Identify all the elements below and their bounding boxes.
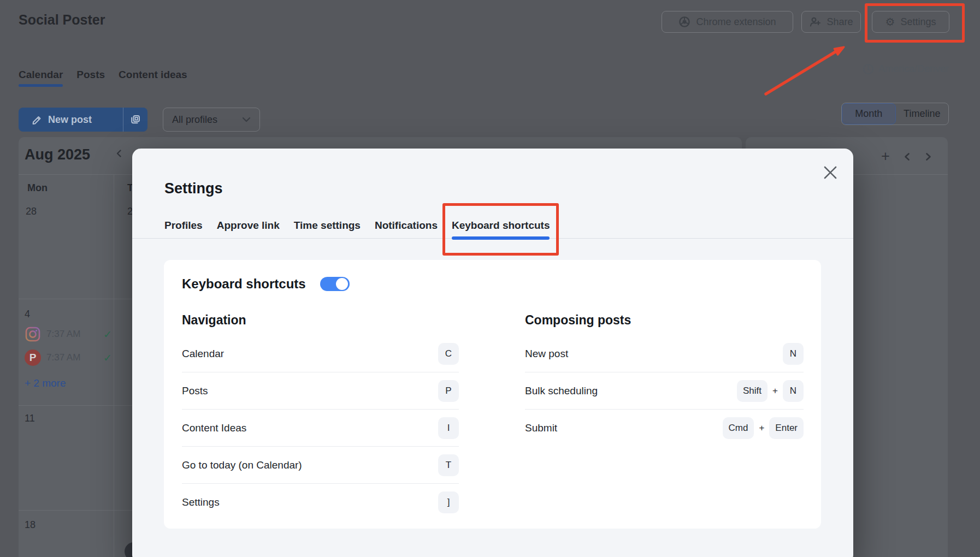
- shortcut-label: Bulk scheduling: [525, 385, 598, 397]
- sent-check-icon: ✓: [103, 328, 112, 341]
- modal-title: Settings: [164, 180, 223, 197]
- gear-icon: ⚙: [885, 16, 895, 27]
- page-title: Social Poster: [19, 12, 105, 28]
- scheduled-post[interactable]: P7:37 AM✓: [25, 349, 112, 366]
- calendar-date[interactable]: 28: [26, 206, 37, 217]
- shortcut-row: Go to today (on Calendar)T: [182, 446, 459, 483]
- main-nav-tabs: Calendar Posts Content ideas: [19, 69, 187, 85]
- settings-tabs: Profiles Approve link Time settings Noti…: [132, 220, 853, 239]
- chrome-extension-label: Chrome extension: [696, 16, 776, 28]
- close-icon[interactable]: [819, 162, 841, 183]
- chevron-right-icon[interactable]: [924, 152, 932, 161]
- shortcut-row: New postN: [525, 335, 804, 372]
- shortcut-label: Content Ideas: [182, 422, 246, 434]
- shortcut-keys: I: [438, 417, 459, 439]
- scheduled-post[interactable]: 7:37 AM✓: [25, 326, 112, 342]
- view-toggle: Month Timeline: [841, 103, 949, 125]
- view-toggle-month[interactable]: Month: [842, 103, 896, 125]
- shortcut-row: Content IdeasI: [182, 409, 459, 446]
- new-post-button[interactable]: New post: [19, 108, 147, 132]
- copy-icon: [130, 114, 141, 125]
- sent-check-icon: ✓: [103, 352, 112, 364]
- add-icon[interactable]: +: [881, 149, 890, 164]
- key-badge: Cmd: [723, 417, 754, 439]
- shortcut-row: SubmitCmd+Enter: [525, 409, 804, 446]
- timezone-indicator[interactable]: America/Denver: [863, 63, 949, 75]
- section-title: Navigation: [182, 313, 459, 328]
- tab-notifications[interactable]: Notifications: [375, 220, 438, 238]
- profiles-filter-value: All profiles: [172, 114, 217, 126]
- view-toggle-timeline[interactable]: Timeline: [896, 103, 949, 125]
- tab-time-settings[interactable]: Time settings: [294, 220, 361, 238]
- key-badge: P: [438, 380, 459, 402]
- key-badge: ]: [438, 491, 459, 513]
- shortcut-keys: T: [438, 454, 459, 476]
- tab-keyboard-shortcuts-label: Keyboard shortcuts: [452, 220, 550, 231]
- calendar-date[interactable]: 4: [25, 309, 30, 320]
- calendar-month-title: Aug 2025: [25, 146, 90, 163]
- tab-profiles[interactable]: Profiles: [164, 220, 203, 238]
- shortcut-label: New post: [525, 348, 568, 360]
- shortcut-keys: ]: [438, 491, 459, 513]
- tab-calendar[interactable]: Calendar: [19, 69, 63, 85]
- post-time: 7:37 AM: [46, 329, 80, 340]
- grid-line: [114, 174, 114, 557]
- tab-posts[interactable]: Posts: [76, 69, 105, 85]
- section-title: Composing posts: [525, 313, 804, 328]
- key-badge: C: [438, 343, 459, 365]
- pencil-icon: [32, 114, 43, 125]
- key-badge: Shift: [737, 380, 768, 402]
- plus-separator: +: [772, 386, 778, 396]
- chevron-down-icon: [242, 117, 251, 122]
- bulk-post-button[interactable]: [123, 108, 147, 132]
- settings-button[interactable]: ⚙ Settings: [872, 11, 949, 33]
- calendar-date[interactable]: 11: [25, 413, 35, 424]
- plus-separator: +: [759, 423, 764, 434]
- shortcuts-section-navigation: Navigation CalendarCPostsPContent IdeasI…: [182, 313, 459, 520]
- shortcut-label: Calendar: [182, 348, 224, 360]
- shortcut-keys: P: [438, 380, 459, 402]
- instagram-icon: [25, 326, 41, 342]
- toggle-knob: [336, 278, 348, 290]
- settings-modal: Settings Profiles Approve link Time sett…: [132, 149, 853, 557]
- chrome-icon: [678, 16, 690, 28]
- shortcut-keys: Shift+N: [737, 380, 804, 402]
- pinterest-icon: P: [25, 349, 41, 366]
- shortcut-row: CalendarC: [182, 335, 459, 372]
- more-posts-link[interactable]: + 2 more: [25, 377, 66, 389]
- tab-content-ideas[interactable]: Content ideas: [119, 69, 187, 85]
- weekday-header-mon: Mon: [27, 182, 48, 194]
- calendar-date[interactable]: 18: [25, 519, 36, 531]
- key-badge: T: [438, 454, 459, 476]
- timezone-label: America/Denver: [878, 63, 949, 75]
- calendar-prev-icon[interactable]: [115, 149, 123, 158]
- person-add-icon: [809, 16, 821, 27]
- key-badge: N: [783, 380, 804, 402]
- chrome-extension-button[interactable]: Chrome extension: [662, 11, 793, 33]
- shortcut-label: Go to today (on Calendar): [182, 459, 302, 471]
- key-badge: N: [783, 343, 804, 365]
- settings-button-label: Settings: [900, 16, 936, 28]
- card-title: Keyboard shortcuts: [182, 276, 306, 292]
- keyboard-shortcuts-toggle[interactable]: [320, 277, 350, 291]
- key-badge: I: [438, 417, 459, 439]
- tab-keyboard-shortcuts[interactable]: Keyboard shortcuts: [452, 220, 550, 238]
- shortcut-label: Submit: [525, 422, 557, 434]
- scheduled-posts: 7:37 AM✓P7:37 AM✓: [25, 326, 112, 366]
- key-badge: Enter: [769, 417, 804, 439]
- shortcut-keys: C: [438, 343, 459, 365]
- shortcut-row: Bulk schedulingShift+N: [525, 372, 804, 409]
- shortcut-keys: N: [783, 343, 804, 365]
- shortcut-label: Settings: [182, 496, 220, 508]
- chevron-left-icon[interactable]: [903, 152, 911, 161]
- shortcut-row: PostsP: [182, 372, 459, 409]
- tab-approve-link[interactable]: Approve link: [217, 220, 280, 238]
- new-post-label: New post: [48, 114, 92, 126]
- share-label: Share: [826, 16, 853, 28]
- profiles-filter-dropdown[interactable]: All profiles: [163, 108, 260, 132]
- keyboard-shortcuts-card: Keyboard shortcuts Navigation CalendarCP…: [164, 260, 821, 529]
- screen: Social Poster Chrome extension Share: [0, 0, 980, 557]
- shortcut-keys: Cmd+Enter: [723, 417, 804, 439]
- share-button[interactable]: Share: [801, 11, 861, 33]
- shortcut-row: Settings]: [182, 483, 459, 520]
